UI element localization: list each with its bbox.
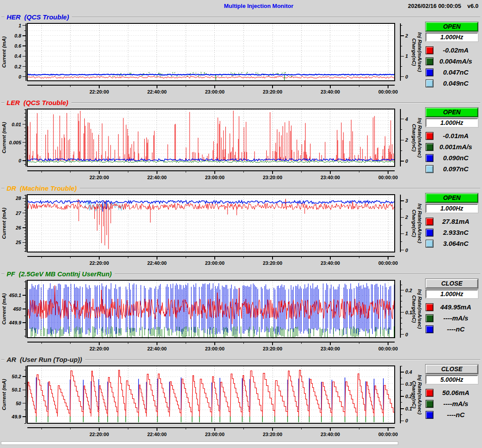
- svg-text:0: 0: [405, 248, 408, 253]
- legend-color-swatch: [426, 154, 433, 162]
- her-readouts: -0.02mA0.004mA/s0.047nC0.049nC: [426, 45, 478, 89]
- panel-pf-title: PF (2.5GeV MB ContInj UserRun): [7, 270, 112, 278]
- svg-text:27: 27: [15, 211, 22, 216]
- svg-text:Current (mA): Current (mA): [1, 293, 7, 324]
- group-line: [1, 359, 4, 360]
- ler-readouts: -0.01mA0.001mA/s0.090nC0.097nC: [426, 130, 478, 174]
- svg-text:0.4: 0.4: [15, 53, 21, 59]
- svg-text:23:20:00: 23:20:00: [263, 260, 282, 266]
- dr-gate-status-button[interactable]: OPEN: [426, 193, 478, 203]
- readout-row: ----mA/s: [426, 312, 478, 324]
- readout-row: 0.090nC: [426, 152, 478, 163]
- readout-value: 449.95mA: [433, 303, 478, 311]
- legend-color-swatch: [426, 218, 433, 226]
- svg-text:0.6: 0.6: [15, 43, 22, 49]
- svg-text:22:40:00: 22:40:00: [147, 89, 167, 94]
- svg-text:23:40:00: 23:40:00: [321, 175, 340, 180]
- datetime: 2026/02/16 00:00:05: [408, 3, 461, 9]
- readout-value: 0.090nC: [433, 154, 478, 162]
- readout-row: 27.81mA: [426, 216, 478, 227]
- panel-ar-title: AR (User Run (Top-up)): [7, 356, 82, 363]
- panel-her: HER (QCS Trouble) 00.20.40.60.81Current …: [0, 12, 482, 98]
- svg-text:449.9: 449.9: [8, 320, 21, 325]
- svg-text:2: 2: [405, 137, 408, 143]
- svg-text:22:40:00: 22:40:00: [147, 432, 167, 437]
- readout-row: 0.097nC: [426, 163, 478, 174]
- svg-text:0.1: 0.1: [405, 406, 412, 411]
- panel-ler-titlebar: LER (QCS Trouble): [0, 98, 482, 107]
- svg-text:26: 26: [15, 225, 22, 230]
- svg-text:22:20:00: 22:20:00: [90, 346, 109, 351]
- readout-row: ----mA/s: [426, 398, 478, 409]
- readout-row: -0.02mA: [426, 45, 478, 56]
- readout-value: 0.004mA/s: [433, 57, 478, 65]
- svg-text:23:40:00: 23:40:00: [321, 260, 340, 266]
- group-line: [1, 188, 4, 189]
- svg-text:0.2: 0.2: [405, 394, 412, 399]
- svg-text:Charge(nC): Charge(nC): [411, 124, 417, 152]
- readout-row: 3.064nC: [426, 238, 478, 249]
- panel-pf-titlebar: PF (2.5GeV MB ContInj UserRun): [0, 269, 482, 279]
- readout-row: 2.933nC: [426, 227, 478, 238]
- panel-pf: PF (2.5GeV MB ContInj UserRun) 449.94504…: [0, 269, 482, 355]
- svg-text:23:20:00: 23:20:00: [263, 175, 282, 180]
- readout-value: ----nC: [433, 325, 478, 333]
- svg-text:Inj Rate(mA/sec): Inj Rate(mA/sec): [417, 118, 422, 158]
- svg-text:Charge(nC): Charge(nC): [411, 295, 417, 323]
- legend-color-swatch: [426, 57, 433, 65]
- ler-chart: 00.0050.01Current (mA)024Charge(nC)Inj R…: [0, 107, 423, 182]
- svg-text:3: 3: [405, 198, 408, 203]
- readout-row: 0.047nC: [426, 67, 478, 78]
- panel-dr-title: DR (Machine Trouble): [7, 184, 77, 192]
- legend-color-swatch: [426, 314, 433, 322]
- header: Multiple Injection Monitor 2026/02/16 00…: [0, 0, 482, 12]
- pf-gate-status-button[interactable]: CLOSE: [426, 279, 478, 288]
- ler-gate-status-button[interactable]: OPEN: [426, 108, 478, 117]
- group-line: [1, 17, 4, 18]
- message-area: [1, 441, 398, 445]
- svg-text:0: 0: [405, 74, 408, 79]
- svg-text:00:00:00: 00:00:00: [378, 175, 398, 180]
- svg-text:0.01: 0.01: [12, 122, 21, 127]
- svg-text:22:20:00: 22:20:00: [90, 260, 109, 266]
- group-line: [71, 102, 480, 103]
- panel-her-titlebar: HER (QCS Trouble): [0, 12, 482, 22]
- readout-value: ----mA/s: [433, 314, 478, 322]
- svg-text:1: 1: [19, 23, 21, 28]
- svg-text:Current (mA): Current (mA): [1, 207, 7, 239]
- svg-text:22:20:00: 22:20:00: [90, 432, 109, 437]
- svg-text:23:00:00: 23:00:00: [205, 260, 224, 266]
- her-injection-frequency: 1.000Hz: [426, 33, 478, 41]
- dr-injection-frequency: 1.000Hz: [426, 204, 478, 213]
- her-gate-status-button[interactable]: OPEN: [426, 22, 478, 31]
- svg-text:22:20:00: 22:20:00: [90, 175, 109, 180]
- svg-text:Current (mA): Current (mA): [1, 36, 7, 68]
- readout-row: 0.001mA/s: [426, 141, 478, 152]
- readout-row: 0.004mA/s: [426, 56, 478, 67]
- readout-value: ----nC: [433, 411, 478, 418]
- pf-chart: 449.9450450.1Current (mA)00.10.2Charge(n…: [0, 279, 423, 354]
- svg-text:50.2: 50.2: [12, 374, 21, 379]
- readout-row: 449.95mA: [426, 301, 478, 312]
- svg-text:0.005: 0.005: [9, 140, 21, 145]
- readout-value: 0.049nC: [433, 79, 478, 87]
- svg-text:Charge(nC): Charge(nC): [411, 38, 417, 66]
- readout-value: 50.06mA: [433, 389, 478, 396]
- svg-text:2: 2: [405, 215, 408, 220]
- group-line: [115, 274, 480, 275]
- svg-text:Inj Rate(mA/sec): Inj Rate(mA/sec): [417, 289, 422, 329]
- svg-text:1: 1: [405, 53, 408, 59]
- svg-text:22:40:00: 22:40:00: [147, 346, 167, 351]
- legend-color-swatch: [426, 411, 433, 419]
- svg-text:Charge(nC): Charge(nC): [411, 381, 417, 409]
- legend-color-swatch: [426, 325, 433, 333]
- svg-text:23:20:00: 23:20:00: [263, 89, 282, 94]
- svg-text:23:20:00: 23:20:00: [263, 346, 282, 351]
- readout-value: 0.047nC: [433, 68, 478, 76]
- ar-gate-status-button[interactable]: CLOSE: [426, 365, 478, 374]
- ar-readouts: 50.06mA----mA/s----nC: [426, 387, 478, 420]
- svg-text:2: 2: [405, 33, 408, 38]
- legend-color-swatch: [426, 68, 433, 76]
- svg-text:0: 0: [405, 418, 408, 423]
- svg-text:22:20:00: 22:20:00: [90, 89, 109, 94]
